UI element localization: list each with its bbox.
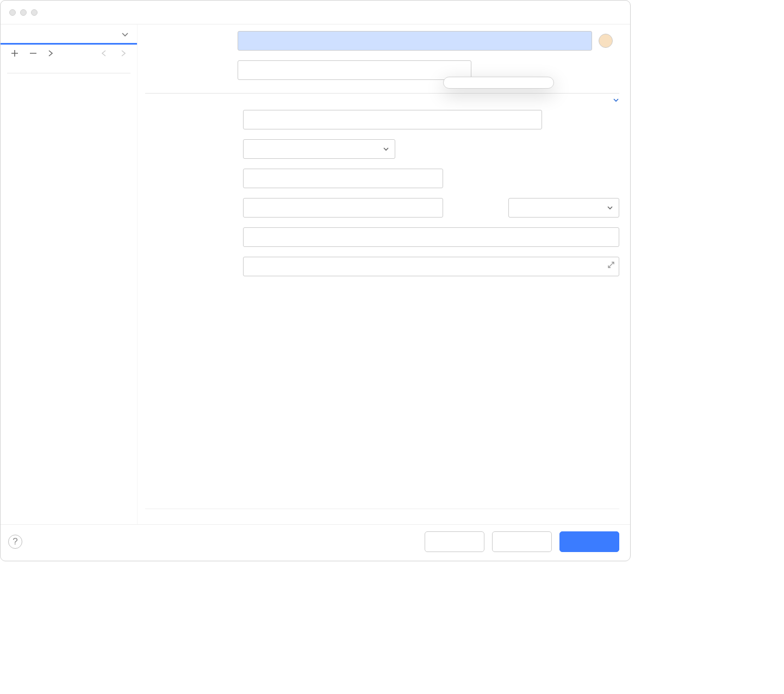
sidebar-toolbar: [1, 45, 137, 62]
remove-icon[interactable]: [29, 49, 38, 58]
more-options-link[interactable]: [613, 95, 619, 106]
database-input[interactable]: [243, 227, 619, 247]
save-select[interactable]: [508, 198, 619, 218]
help-icon[interactable]: ?: [8, 535, 22, 549]
host-input[interactable]: [243, 110, 542, 129]
minimize-window-icon[interactable]: [20, 9, 27, 16]
color-popover: [443, 77, 554, 89]
main-panel: [138, 24, 630, 524]
url-input[interactable]: [243, 257, 619, 276]
password-input[interactable]: [243, 198, 443, 218]
close-window-icon[interactable]: [9, 9, 16, 16]
chevron-right-icon[interactable]: [47, 49, 54, 57]
apply-button[interactable]: [492, 531, 552, 552]
connection-info-row: [145, 94, 619, 107]
sidebar-item-problems[interactable]: [1, 79, 137, 88]
name-input[interactable]: [238, 31, 592, 51]
comment-input[interactable]: [238, 60, 471, 80]
user-input[interactable]: [243, 169, 443, 188]
color-picker-button[interactable]: [599, 34, 613, 48]
chevron-down-icon: [121, 30, 129, 39]
expand-icon[interactable]: [607, 261, 615, 269]
sidebar-header[interactable]: [1, 24, 137, 45]
ok-button[interactable]: [559, 531, 619, 552]
divider: [7, 73, 130, 73]
back-icon: [100, 49, 109, 57]
zoom-window-icon[interactable]: [31, 9, 38, 16]
sidebar-section-title: [1, 62, 137, 67]
cancel-button[interactable]: [425, 531, 484, 552]
dialog-window: ?: [0, 0, 631, 561]
window-controls: [1, 9, 38, 16]
sidebar: [1, 24, 138, 524]
dialog-footer: ?: [1, 524, 630, 561]
auth-select[interactable]: [243, 139, 395, 159]
forward-icon: [119, 49, 127, 57]
titlebar: [1, 1, 630, 24]
add-icon[interactable]: [10, 49, 19, 58]
